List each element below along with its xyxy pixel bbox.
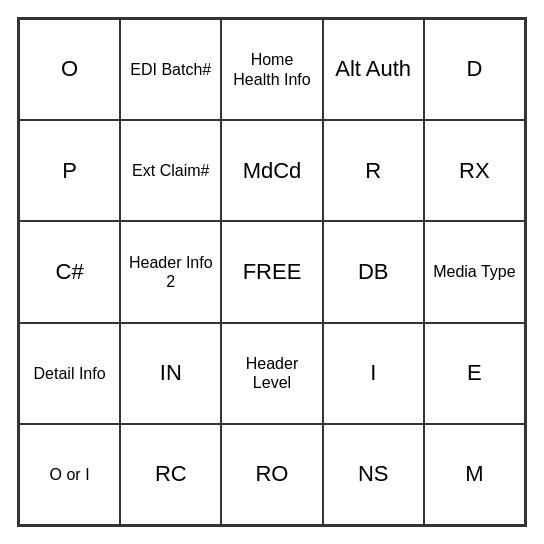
cell-1-2: MdCd	[221, 120, 322, 221]
cell-4-4: M	[424, 424, 525, 525]
cell-0-0: O	[19, 19, 120, 120]
bingo-grid: OEDI Batch#Home Health InfoAlt AuthDPExt…	[17, 17, 527, 527]
cell-0-4: D	[424, 19, 525, 120]
cell-0-2: Home Health Info	[221, 19, 322, 120]
cell-1-0: P	[19, 120, 120, 221]
cell-4-2: RO	[221, 424, 322, 525]
cell-2-0: C#	[19, 221, 120, 322]
cell-3-0: Detail Info	[19, 323, 120, 424]
cell-1-4: RX	[424, 120, 525, 221]
cell-1-1: Ext Claim#	[120, 120, 221, 221]
cell-1-3: R	[323, 120, 424, 221]
cell-3-3: I	[323, 323, 424, 424]
cell-4-3: NS	[323, 424, 424, 525]
cell-3-2: Header Level	[221, 323, 322, 424]
cell-4-0: O or I	[19, 424, 120, 525]
cell-3-4: E	[424, 323, 525, 424]
cell-4-1: RC	[120, 424, 221, 525]
cell-2-1: Header Info 2	[120, 221, 221, 322]
cell-2-4: Media Type	[424, 221, 525, 322]
cell-0-3: Alt Auth	[323, 19, 424, 120]
cell-2-3: DB	[323, 221, 424, 322]
cell-2-2: FREE	[221, 221, 322, 322]
cell-0-1: EDI Batch#	[120, 19, 221, 120]
cell-3-1: IN	[120, 323, 221, 424]
